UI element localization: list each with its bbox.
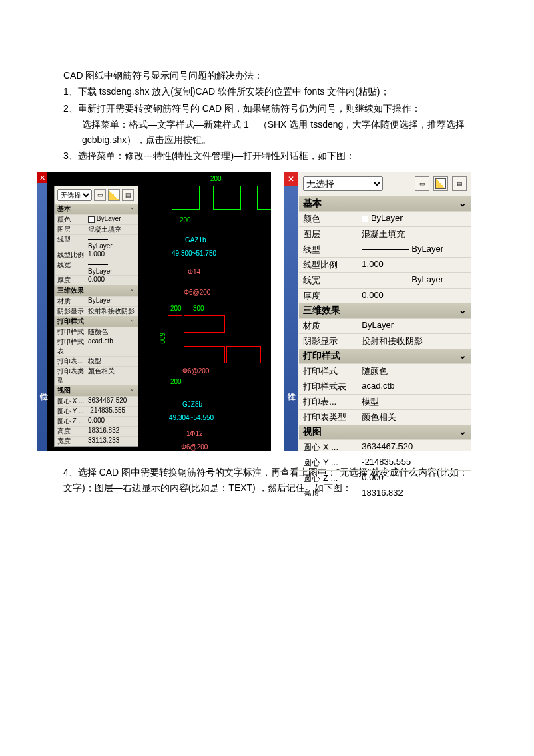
prop-row[interactable]: 宽度33113.233 (55, 436, 138, 446)
text-label: Φ6@200 (181, 443, 208, 451)
text-label: GJZ8b (182, 401, 202, 408)
sidebar-bar (37, 172, 47, 451)
prop-row[interactable]: 线型比例1.000 (55, 250, 138, 260)
text-label: 1Φ12 (186, 430, 203, 437)
close-icon[interactable]: ✕ (37, 172, 47, 183)
prop-row[interactable]: 高度18316.832 (55, 426, 138, 436)
prop-row[interactable]: 材质ByLayer (299, 318, 471, 333)
prop-row[interactable]: 打印样式表acad.ctb (55, 337, 138, 356)
cad-rect (168, 315, 182, 363)
text-label: 49.300~51.750 (172, 250, 216, 257)
doc-title: CAD 图纸中钢筋符号显示问号问题的解决办法： (63, 68, 471, 83)
cad-screenshot-left: ✕ 特性 200 200 GAZ1b 49.300~51.750 Φ14 Φ6@… (37, 172, 271, 451)
doc-p2a: 选择菜单：格式—文字样式—新建样式 1 （SHX 选用 tssdeng，大字体随… (63, 117, 471, 147)
prop-row[interactable]: 打印样式表acad.ctb (299, 379, 471, 394)
figures-row: ✕ 特性 200 200 GAZ1b 49.300~51.750 Φ14 Φ6@… (37, 172, 471, 451)
cad-rect (184, 315, 225, 333)
text-label: Φ6@200 (184, 289, 210, 296)
text-label: GAZ1b (185, 236, 206, 244)
close-icon[interactable]: ✕ (284, 172, 298, 186)
text-label: 49.304~54.550 (169, 414, 214, 421)
prop-row[interactable]: 高度18316.832 (299, 486, 471, 496)
section-view[interactable]: 视图⌄ (299, 425, 471, 439)
prop-row[interactable]: 圆心 Z ...0.000 (299, 470, 471, 486)
cad-rect (213, 186, 241, 210)
text-label: Φ6@200 (182, 367, 209, 375)
section-view[interactable]: 视图⌄ (55, 385, 138, 396)
prop-row[interactable]: 圆心 X ...3634467.520 (299, 439, 471, 455)
prop-row[interactable]: 阴影显示投射和接收阴影 (55, 306, 138, 316)
section-3d[interactable]: 三维效果⌄ (55, 285, 138, 296)
select-objects-icon[interactable]: ▭ (94, 189, 106, 201)
selection-dropdown[interactable]: 无选择 (303, 176, 383, 191)
prop-row[interactable]: 打印样式随颜色 (55, 327, 138, 337)
section-print[interactable]: 打印样式⌄ (299, 349, 471, 363)
selection-dropdown[interactable]: 无选择 (57, 189, 92, 201)
dim-label: 200 (170, 305, 182, 312)
doc-p3: 3、选择菜单：修改---特性(特性文件管理)—打开特性对话框，如下图： (63, 148, 471, 163)
properties-panel-large: ✕ 特性 无选择 ▭ ▤ 基本⌄ 颜色 ByLayer 图层混凝土填充 线型By… (284, 172, 471, 451)
toggle-pick-icon[interactable]: ▤ (452, 176, 467, 191)
toggle-pick-icon[interactable]: ▤ (122, 189, 134, 201)
select-objects-icon[interactable]: ▭ (415, 176, 429, 191)
prop-row[interactable]: 颜色 ByLayer (299, 211, 471, 226)
prop-row[interactable]: 线型ByLayer (55, 234, 138, 250)
prop-row[interactable]: 线宽ByLayer (299, 272, 471, 288)
section-basic[interactable]: 基本⌄ (299, 196, 471, 211)
prop-row[interactable]: 圆心 Z ...0.000 (55, 416, 138, 426)
prop-row[interactable]: 阴影显示投射和接收阴影 (299, 333, 471, 349)
doc-p2: 2、重新打开需要转变钢筋符号的 CAD 图，如果钢筋符号仍为问号，则继续如下操作… (63, 101, 471, 116)
cad-rect (184, 346, 225, 363)
section-print[interactable]: 打印样式⌄ (55, 316, 138, 327)
section-3d[interactable]: 三维效果⌄ (299, 303, 471, 318)
section-basic[interactable]: 基本⌄ (55, 204, 138, 214)
prop-row[interactable]: 厚度0.000 (55, 275, 138, 285)
prop-row[interactable]: 颜色 ByLayer (55, 214, 138, 224)
prop-row[interactable]: 打印表...模型 (299, 394, 471, 409)
prop-row[interactable]: 线型比例1.000 (299, 257, 471, 272)
prop-row[interactable]: 打印表...模型 (55, 356, 138, 366)
prop-row[interactable]: 材质ByLayer (55, 296, 138, 306)
dim-label: 600 (158, 333, 166, 344)
prop-row[interactable]: 厚度0.000 (299, 288, 471, 303)
cad-rect (172, 186, 200, 210)
prop-row[interactable]: 圆心 X ...3634467.520 (55, 396, 138, 406)
prop-row[interactable]: 圆心 Y ...-214835.555 (299, 455, 471, 470)
cad-rect (257, 186, 271, 210)
prop-row[interactable]: 图层混凝土填充 (299, 226, 471, 242)
dim-label: 200 (170, 378, 182, 385)
cad-rect (226, 346, 261, 363)
prop-row[interactable]: 圆心 Y ...-214835.555 (55, 406, 138, 416)
prop-row[interactable]: 图层混凝土填充 (55, 224, 138, 234)
dim-label: 200 (180, 216, 191, 224)
dim-label: 300 (193, 305, 204, 312)
dim-label: 200 (210, 175, 222, 182)
prop-row[interactable]: 打印表类型颜色相关 (55, 366, 138, 385)
prop-row[interactable]: 线宽ByLayer (55, 260, 138, 275)
text-label: Φ14 (188, 268, 200, 276)
doc-p1: 1、下载 tssdeng.shx 放入(复制)CAD 软件所安装的位置中 fon… (63, 84, 471, 99)
prop-row[interactable]: 打印样式随颜色 (299, 363, 471, 379)
properties-palette-small: 无选择 ▭ ▤ 基本⌄ 颜色 ByLayer 图层混凝土填充 线型ByLayer… (54, 186, 138, 447)
prop-row[interactable]: 打印表类型颜色相关 (299, 409, 471, 425)
quick-select-icon[interactable] (108, 189, 120, 201)
quick-select-icon[interactable] (433, 176, 448, 191)
prop-row[interactable]: 线型ByLayer (299, 242, 471, 257)
sidebar-bar (284, 172, 298, 451)
